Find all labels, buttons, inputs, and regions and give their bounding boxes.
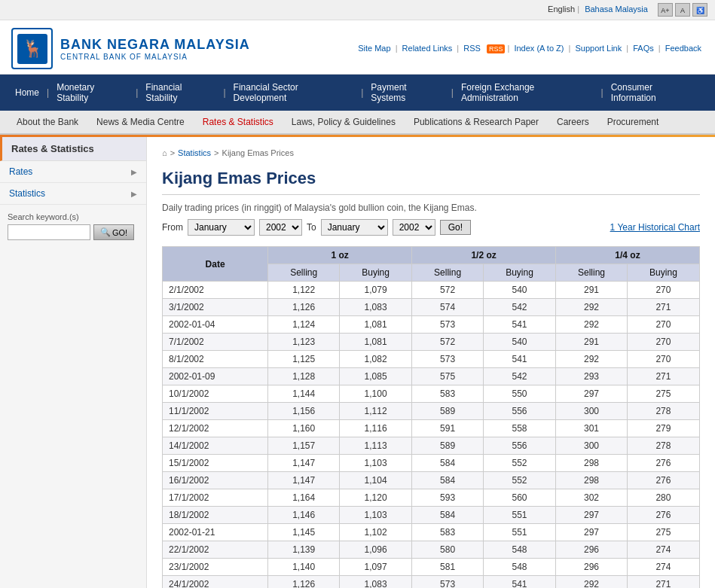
cell-value: 298 xyxy=(556,472,628,489)
from-month-select[interactable]: JanuaryFebruaryMarch AprilMayJune JulyAu… xyxy=(188,219,255,236)
cell-value: 291 xyxy=(556,282,628,299)
col-half-buying: Buying xyxy=(484,264,556,282)
nav-payment-systems[interactable]: Payment Systems xyxy=(363,75,451,111)
cell-value: 292 xyxy=(556,576,628,589)
cell-value: 556 xyxy=(484,437,556,455)
search-label: Search keyword.(s) xyxy=(8,212,139,221)
sec-nav-careers[interactable]: Careers xyxy=(548,111,598,133)
nav-financial-stability[interactable]: Financial Stability xyxy=(138,75,223,111)
cell-value: 1,139 xyxy=(268,541,340,559)
cell-value: 292 xyxy=(556,351,628,368)
sec-nav-rates[interactable]: Rates & Statistics xyxy=(194,111,283,133)
cell-value: 274 xyxy=(627,541,699,559)
sec-nav-news[interactable]: News & Media Centre xyxy=(87,111,194,133)
support-link[interactable]: Support Link xyxy=(575,44,622,53)
to-month-select[interactable]: JanuaryFebruaryMarch AprilMayJune JulyAu… xyxy=(321,219,388,236)
sidebar-title: Rates & Statistics xyxy=(0,137,146,161)
cell-value: 1,128 xyxy=(268,368,340,385)
historical-chart-link[interactable]: 1 Year Historical Chart xyxy=(610,222,700,233)
cell-value: 275 xyxy=(627,385,699,403)
cell-value: 1,082 xyxy=(340,351,412,368)
cell-value: 302 xyxy=(556,489,628,507)
cell-value: 279 xyxy=(627,420,699,437)
sidebar: Rates & Statistics Rates ▶ Statistics ▶ … xyxy=(0,137,147,588)
accessibility-icon[interactable]: ♿ xyxy=(692,3,707,17)
cell-value: 1,083 xyxy=(340,576,412,589)
cell-value: 1,096 xyxy=(340,541,412,559)
home-icon[interactable]: ⌂ xyxy=(162,148,167,157)
cell-date: 11/1/2002 xyxy=(163,403,268,420)
col-quarter-buying: Buying xyxy=(627,264,699,282)
nav-financial-sector[interactable]: Financial Sector Development xyxy=(226,75,362,111)
cell-value: 1,144 xyxy=(268,385,340,403)
related-links-link[interactable]: Related Links xyxy=(402,44,453,53)
sidebar-rates-arrow: ▶ xyxy=(131,168,137,176)
cell-value: 589 xyxy=(412,403,484,420)
col-1oz-header: 1 oz xyxy=(268,247,412,264)
col-half-selling: Selling xyxy=(412,264,484,282)
lang-english[interactable]: English xyxy=(548,5,575,14)
table-row: 7/1/20021,1231,081572540291270 xyxy=(163,334,700,351)
table-row: 15/1/20021,1471,103584552298276 xyxy=(163,455,700,472)
cell-value: 1,146 xyxy=(268,507,340,524)
cell-value: 1,122 xyxy=(268,282,340,299)
cell-value: 271 xyxy=(627,299,699,316)
nav-consumer[interactable]: Consumer Information xyxy=(603,75,707,111)
cell-value: 280 xyxy=(627,489,699,507)
to-year-select[interactable]: 200020012002 200320042005 xyxy=(393,219,435,236)
rss-link[interactable]: RSS xyxy=(463,44,481,53)
sec-nav-laws[interactable]: Laws, Policy & Guidelines xyxy=(283,111,405,133)
cell-value: 276 xyxy=(627,455,699,472)
cell-value: 270 xyxy=(627,334,699,351)
cell-value: 1,156 xyxy=(268,403,340,420)
font-increase-icon[interactable]: A+ xyxy=(658,3,673,17)
cell-value: 1,145 xyxy=(268,524,340,541)
filter-go-button[interactable]: Go! xyxy=(440,220,471,235)
index-link[interactable]: Index (A to Z) xyxy=(514,44,564,53)
cell-value: 548 xyxy=(484,541,556,559)
breadcrumb-current: Kijang Emas Prices xyxy=(222,148,294,157)
breadcrumb-statistics-link[interactable]: Statistics xyxy=(178,148,211,157)
cell-value: 550 xyxy=(484,385,556,403)
sec-nav-publications[interactable]: Publications & Research Paper xyxy=(405,111,548,133)
cell-value: 300 xyxy=(556,437,628,455)
cell-date: 2002-01-21 xyxy=(163,524,268,541)
font-normal-icon[interactable]: A xyxy=(675,3,690,17)
feedback-link[interactable]: Feedback xyxy=(665,44,701,53)
cell-date: 14/1/2002 xyxy=(163,437,268,455)
from-year-select[interactable]: 200020012002 200320042005 xyxy=(259,219,302,236)
sidebar-item-rates[interactable]: Rates ▶ xyxy=(0,161,146,183)
sidebar-item-statistics[interactable]: Statistics ▶ xyxy=(0,183,146,205)
nav-forex[interactable]: Foreign Exchange Administration xyxy=(454,75,601,111)
site-map-link[interactable]: Site Map xyxy=(358,44,390,53)
cell-value: 584 xyxy=(412,472,484,489)
table-row: 10/1/20021,1441,100583550297275 xyxy=(163,385,700,403)
col-date-header: Date xyxy=(163,247,268,282)
faqs-link[interactable]: FAQs xyxy=(633,44,654,53)
go-label: GO! xyxy=(112,228,127,237)
sec-nav-about[interactable]: About the Bank xyxy=(8,111,87,133)
search-input[interactable] xyxy=(8,224,90,240)
cell-value: 297 xyxy=(556,524,628,541)
cell-value: 275 xyxy=(627,524,699,541)
cell-value: 580 xyxy=(412,541,484,559)
lang-malay[interactable]: Bahasa Malaysia xyxy=(585,5,648,14)
secondary-nav: About the Bank News & Media Centre Rates… xyxy=(0,111,715,135)
cell-value: 573 xyxy=(412,351,484,368)
cell-date: 7/1/2002 xyxy=(163,334,268,351)
search-go-button[interactable]: 🔍 GO! xyxy=(93,224,134,240)
cell-value: 573 xyxy=(412,316,484,334)
nav-home[interactable]: Home xyxy=(8,80,47,105)
from-label: From xyxy=(162,222,183,233)
cell-value: 1,160 xyxy=(268,420,340,437)
cell-value: 1,079 xyxy=(340,282,412,299)
sidebar-statistics-label: Statistics xyxy=(9,188,45,199)
cell-value: 292 xyxy=(556,316,628,334)
bank-logo: 🦌 xyxy=(11,28,53,69)
nav-monetary-stability[interactable]: Monetary Stability xyxy=(49,75,136,111)
cell-value: 560 xyxy=(484,489,556,507)
filter-row: From JanuaryFebruaryMarch AprilMayJune J… xyxy=(162,219,700,236)
table-row: 22/1/20021,1391,096580548296274 xyxy=(163,541,700,559)
cell-value: 551 xyxy=(484,507,556,524)
sec-nav-procurement[interactable]: Procurement xyxy=(598,111,668,133)
